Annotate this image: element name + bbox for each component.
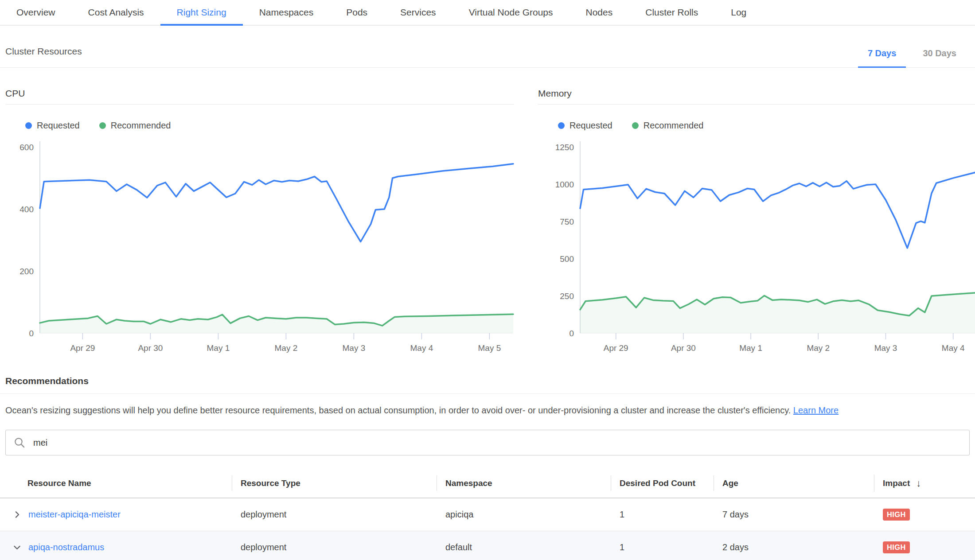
range-30-days[interactable]: 30 Days	[909, 48, 970, 67]
impact-cell: HIGH	[874, 509, 975, 521]
resource-name-link[interactable]: meister-apiciqa-meister	[28, 509, 121, 520]
svg-text:Apr 29: Apr 29	[604, 343, 628, 353]
svg-text:May 5: May 5	[478, 343, 501, 353]
column-header-age[interactable]: Age	[714, 471, 874, 497]
svg-text:May 1: May 1	[739, 343, 762, 353]
svg-text:400: 400	[20, 205, 34, 214]
legend-label: Recommended	[111, 121, 171, 131]
column-header-impact[interactable]: Impact↓	[874, 471, 975, 498]
cluster-resources-header: Cluster Resources 7 Days30 Days	[0, 26, 975, 68]
cpu-chart: 0200400600Apr 29Apr 30May 1May 2May 3May…	[5, 136, 514, 360]
svg-text:May 1: May 1	[207, 343, 230, 353]
tab-log[interactable]: Log	[714, 0, 763, 25]
tab-nodes[interactable]: Nodes	[569, 0, 629, 25]
namespace-cell: default	[437, 542, 611, 552]
collapse-row-icon[interactable]	[12, 543, 22, 552]
resource-name-cell: meister-apiciqa-meister	[0, 509, 232, 520]
range-7-days[interactable]: 7 Days	[854, 48, 910, 67]
tab-right-sizing[interactable]: Right Sizing	[160, 0, 243, 25]
table-row: meister-apiciqa-meisterdeploymentapiciqa…	[0, 498, 975, 531]
svg-text:May 2: May 2	[807, 343, 830, 353]
age-cell: 7 days	[714, 509, 874, 520]
column-label: Resource Name	[27, 478, 91, 488]
svg-text:May 3: May 3	[874, 343, 897, 353]
legend-label: Recommended	[644, 121, 704, 131]
svg-text:500: 500	[560, 254, 574, 264]
recommendations-description-text: Ocean's resizing suggestions will help y…	[5, 405, 791, 415]
resource-name-link[interactable]: apiqa-nostradamus	[28, 542, 104, 552]
recommendations-description: Ocean's resizing suggestions will help y…	[5, 404, 970, 416]
svg-text:Apr 29: Apr 29	[70, 343, 95, 353]
svg-text:600: 600	[20, 143, 34, 152]
search-bar	[5, 430, 970, 455]
svg-text:May 4: May 4	[410, 343, 433, 353]
svg-text:May 2: May 2	[275, 343, 298, 353]
legend-dot-requested	[25, 122, 32, 129]
tab-namespaces[interactable]: Namespaces	[243, 0, 330, 25]
legend-dot-recommended	[99, 122, 106, 129]
tab-bar: OverviewCost AnalysisRight SizingNamespa…	[0, 0, 975, 26]
column-label: Age	[722, 478, 738, 488]
svg-text:200: 200	[20, 267, 34, 276]
tab-cost-analysis[interactable]: Cost Analysis	[72, 0, 160, 25]
tab-virtual-node-groups[interactable]: Virtual Node Groups	[452, 0, 569, 25]
svg-text:Apr 30: Apr 30	[671, 343, 696, 353]
svg-text:Apr 30: Apr 30	[138, 343, 163, 353]
legend-item-recommended[interactable]: Recommended	[632, 121, 704, 131]
svg-text:1000: 1000	[555, 180, 574, 189]
legend-item-requested[interactable]: Requested	[25, 121, 80, 131]
impact-badge: HIGH	[883, 541, 910, 553]
expand-row-icon[interactable]	[12, 510, 22, 519]
recommendations-heading: Recommendations	[0, 376, 975, 394]
column-label: Namespace	[445, 478, 492, 488]
column-label: Resource Type	[241, 478, 300, 488]
memory-chart-legend: RequestedRecommended	[558, 121, 975, 131]
table-row: apiqa-nostradamusdeploymentdefault12 day…	[0, 531, 975, 560]
legend-item-recommended[interactable]: Recommended	[99, 121, 171, 131]
search-input[interactable]	[5, 430, 970, 455]
tab-overview[interactable]: Overview	[0, 0, 72, 25]
impact-cell: HIGH	[874, 541, 975, 553]
cpu-chart-panel: CPU RequestedRecommended 0200400600Apr 2…	[5, 88, 514, 360]
namespace-cell: apiciqa	[437, 509, 611, 520]
impact-badge: HIGH	[883, 509, 910, 521]
resource-name-cell: apiqa-nostradamus	[0, 542, 232, 552]
table-body: meister-apiciqa-meisterdeploymentapiciqa…	[0, 498, 975, 560]
time-range-toggle: 7 Days30 Days	[854, 48, 970, 67]
learn-more-link[interactable]: Learn More	[793, 405, 838, 415]
svg-text:May 4: May 4	[942, 343, 965, 353]
memory-chart-panel: Memory RequestedRecommended 025050075010…	[538, 88, 975, 360]
svg-text:May 3: May 3	[343, 343, 366, 353]
svg-text:0: 0	[569, 329, 574, 338]
age-cell: 2 days	[714, 542, 874, 552]
legend-item-requested[interactable]: Requested	[558, 121, 612, 131]
cpu-chart-title: CPU	[5, 88, 514, 105]
recommendations-section: Recommendations Ocean's resizing suggest…	[0, 360, 975, 416]
recommendations-table: Resource NameResource TypeNamespaceDesir…	[0, 471, 975, 560]
column-label: Impact	[883, 478, 910, 488]
svg-text:1250: 1250	[555, 143, 574, 152]
svg-text:750: 750	[560, 217, 574, 226]
legend-dot-recommended	[632, 122, 639, 129]
column-header-resource-name[interactable]: Resource Name	[0, 471, 232, 497]
tab-services[interactable]: Services	[384, 0, 452, 25]
page-title: Cluster Resources	[0, 46, 82, 67]
tab-cluster-rolls[interactable]: Cluster Rolls	[629, 0, 714, 25]
memory-chart-title: Memory	[538, 88, 975, 105]
desired-pod-count-cell: 1	[611, 509, 714, 520]
resource-type-cell: deployment	[232, 542, 437, 552]
legend-label: Requested	[569, 121, 612, 131]
svg-text:250: 250	[560, 292, 574, 301]
desired-pod-count-cell: 1	[611, 542, 714, 552]
resource-type-cell: deployment	[232, 509, 437, 520]
sort-desc-icon[interactable]: ↓	[916, 478, 921, 489]
tab-pods[interactable]: Pods	[330, 0, 384, 25]
column-header-resource-type[interactable]: Resource Type	[232, 471, 437, 497]
legend-dot-requested	[558, 122, 565, 129]
column-header-namespace[interactable]: Namespace	[437, 471, 611, 497]
column-header-desired-pod-count[interactable]: Desired Pod Count	[611, 471, 714, 497]
search-icon	[13, 436, 26, 449]
legend-label: Requested	[37, 121, 80, 131]
memory-chart: 025050075010001250Apr 29Apr 30May 1May 2…	[538, 136, 975, 360]
svg-text:0: 0	[29, 329, 34, 338]
